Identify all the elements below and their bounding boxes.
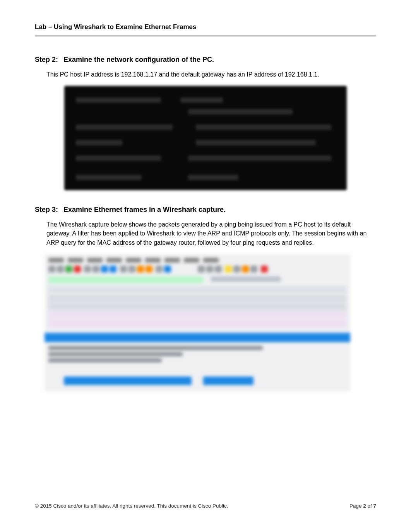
page-sep: of (366, 503, 373, 509)
step-3-title: Examine Ethernet frames in a Wireshark c… (63, 206, 226, 213)
footer-copyright: © 2015 Cisco and/or its affiliates. All … (35, 503, 228, 509)
step-2-label: Step 2: (35, 56, 58, 63)
page-prefix: Page (349, 503, 363, 509)
step-2-text: This PC host IP address is 192.168.1.17 … (46, 70, 376, 79)
step-2-heading: Step 2:Examine the network configuration… (35, 56, 376, 64)
header-divider (35, 35, 376, 37)
wireshark-screenshot (45, 254, 350, 391)
page-total: 7 (373, 503, 376, 509)
step-2-title: Examine the network configuration of the… (63, 56, 214, 63)
page-current: 2 (363, 503, 366, 509)
step-3-text: The Wireshark capture below shows the pa… (46, 220, 376, 247)
page-footer: © 2015 Cisco and/or its affiliates. All … (35, 503, 376, 509)
step-3-heading: Step 3:Examine Ethernet frames in a Wire… (35, 206, 376, 214)
page-header-title: Lab – Using Wireshark to Examine Etherne… (35, 23, 376, 35)
step-3-label: Step 3: (35, 206, 58, 213)
footer-page-number: Page 2 of 7 (349, 503, 376, 509)
terminal-screenshot (64, 86, 347, 190)
